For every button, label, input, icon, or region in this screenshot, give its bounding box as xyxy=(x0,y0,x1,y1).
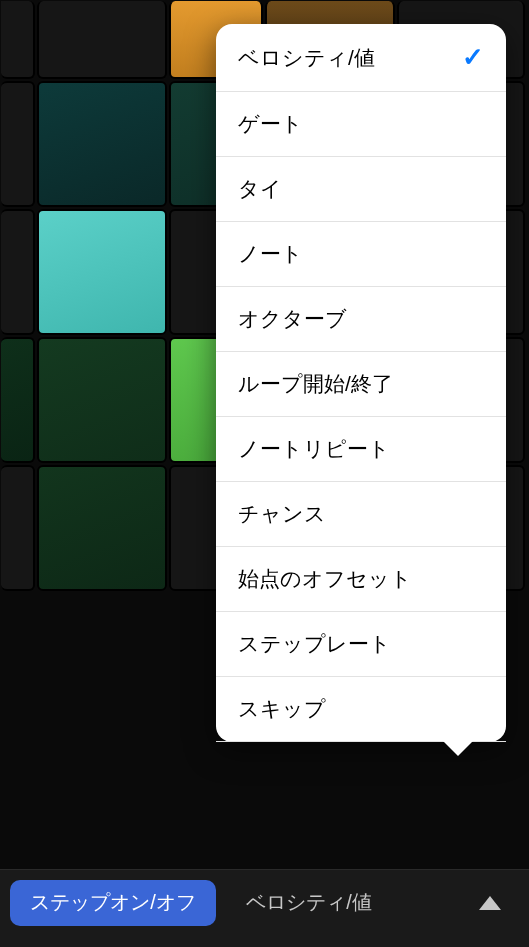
popup-item-note[interactable]: ノート xyxy=(216,222,506,287)
popup-tail xyxy=(442,740,474,756)
step-cell[interactable] xyxy=(1,465,35,591)
step-cell[interactable] xyxy=(37,465,167,591)
popup-item-label: ループ開始/終了 xyxy=(238,370,393,398)
popup-item-skip[interactable]: スキップ xyxy=(216,677,506,742)
edit-mode-button[interactable]: ベロシティ/値 xyxy=(224,880,394,926)
popup-item-loop[interactable]: ループ開始/終了 xyxy=(216,352,506,417)
popup-item-velocity[interactable]: ベロシティ/値 ✓ xyxy=(216,24,506,92)
popup-item-label: タイ xyxy=(238,175,282,203)
triangle-up-icon xyxy=(479,896,501,910)
popup-item-note-repeat[interactable]: ノートリピート xyxy=(216,417,506,482)
bottom-toolbar: ステップオン/オフ ベロシティ/値 xyxy=(0,869,529,947)
popup-item-label: ゲート xyxy=(238,110,303,138)
step-toggle-button[interactable]: ステップオン/オフ xyxy=(10,880,216,926)
step-cell[interactable] xyxy=(1,337,35,463)
popup-item-octave[interactable]: オクターブ xyxy=(216,287,506,352)
popup-item-label: スキップ xyxy=(238,695,326,723)
popup-item-gate[interactable]: ゲート xyxy=(216,92,506,157)
popup-item-offset[interactable]: 始点のオフセット xyxy=(216,547,506,612)
step-cell[interactable] xyxy=(37,209,167,335)
step-cell[interactable] xyxy=(1,1,35,79)
popup-item-step-rate[interactable]: ステップレート xyxy=(216,612,506,677)
button-label: ステップオン/オフ xyxy=(30,889,196,916)
popup-trigger-button[interactable] xyxy=(461,880,519,926)
popup-item-label: ステップレート xyxy=(238,630,391,658)
popup-item-label: チャンス xyxy=(238,500,326,528)
popup-item-tie[interactable]: タイ xyxy=(216,157,506,222)
step-cell[interactable] xyxy=(37,1,167,79)
popup-item-label: ノート xyxy=(238,240,303,268)
check-icon: ✓ xyxy=(462,42,484,73)
popup-item-label: 始点のオフセット xyxy=(238,565,412,593)
button-label: ベロシティ/値 xyxy=(246,889,372,916)
popup-item-chance[interactable]: チャンス xyxy=(216,482,506,547)
edit-mode-popup: ベロシティ/値 ✓ ゲート タイ ノート オクターブ ループ開始/終了 ノートリ… xyxy=(216,24,506,742)
step-cell[interactable] xyxy=(37,337,167,463)
step-cell[interactable] xyxy=(1,81,35,207)
popup-item-label: オクターブ xyxy=(238,305,347,333)
step-cell[interactable] xyxy=(1,209,35,335)
popup-item-label: ノートリピート xyxy=(238,435,390,463)
popup-item-label: ベロシティ/値 xyxy=(238,44,375,72)
step-cell[interactable] xyxy=(37,81,167,207)
